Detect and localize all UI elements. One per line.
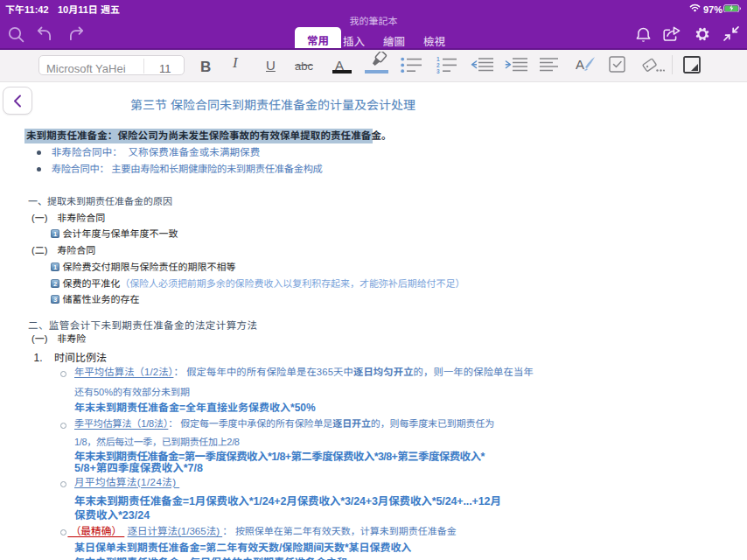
svg-text:3: 3 — [436, 68, 440, 74]
svg-text:A: A — [576, 57, 584, 72]
svg-text:2: 2 — [436, 62, 440, 68]
